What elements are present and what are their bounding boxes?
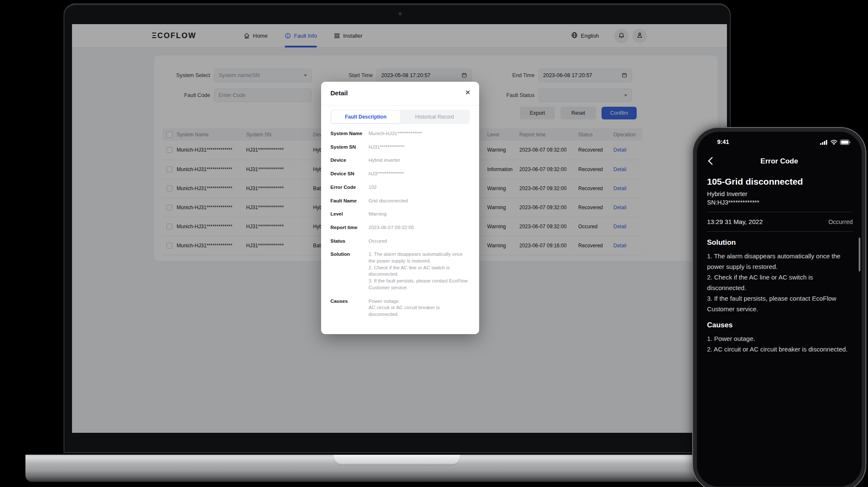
phone-clock: 9:41 — [717, 138, 729, 145]
modal-field-row: System SN HJ31************* — [330, 144, 470, 151]
phone-content: 105-Grid disconnected Hybrid Inverter SN… — [707, 177, 853, 354]
modal-fields: System Name Munich-HJ31************* Sys… — [330, 131, 470, 325]
divider — [707, 231, 853, 232]
modal-field-value: Warning — [369, 211, 469, 218]
modal-field-value: Occured — [369, 238, 469, 245]
laptop-base-notch — [333, 455, 460, 465]
occurrence-status: Occurred — [828, 219, 853, 225]
modal-field-label: Causes — [330, 299, 369, 318]
modal-tab-bar: Fault Description Historical Record — [330, 110, 470, 124]
device-name: Hybrid Inverter — [707, 191, 853, 197]
phone-page-title: Error Code — [697, 157, 862, 166]
detail-modal: Detail ✕ Fault Description Historical Re… — [321, 82, 479, 334]
occurrence-row: 13:29 31 May, 2022 Occurred — [707, 218, 853, 225]
modal-field-label: Report time — [330, 225, 369, 231]
modal-field-row: Error Code 102 — [330, 185, 470, 191]
modal-field-label: Solution — [330, 252, 369, 291]
modal-field-row: Report time 2023-06-07 09:32:00 — [330, 225, 470, 231]
device-serial: SN:HJ3************* — [707, 199, 853, 206]
modal-field-label: System Name — [330, 131, 369, 137]
modal-field-label: Status — [330, 238, 369, 245]
modal-field-row: System Name Munich-HJ31************* — [330, 131, 470, 137]
modal-field-value: Power outage. AC circuit or AC circuit b… — [369, 298, 469, 318]
phone-scrollbar[interactable] — [859, 238, 860, 271]
modal-field-value: 2023-06-07 09:32:00 — [369, 224, 469, 231]
phone-screen: 9:41 Error Code — [697, 132, 862, 487]
modal-field-value: HJ3************** — [369, 171, 469, 177]
modal-field-value: Hybrid inverter — [369, 157, 469, 164]
battery-icon — [840, 139, 851, 147]
modal-title: Detail — [330, 89, 348, 97]
laptop-camera — [398, 12, 402, 16]
modal-field-row: Fault Name Grid disconnected — [330, 198, 470, 205]
wifi-icon — [830, 139, 837, 147]
modal-field-label: Error Code — [330, 185, 369, 191]
modal-field-label: Device — [330, 158, 369, 164]
modal-field-value: Munich-HJ31************* — [369, 130, 469, 137]
tab-historical-record[interactable]: Historical Record — [400, 111, 469, 123]
modal-field-label: System SN — [330, 144, 369, 151]
close-icon[interactable]: ✕ — [465, 89, 471, 97]
signal-icon — [820, 139, 828, 147]
phone-status-bar: 9:41 — [697, 138, 862, 147]
solution-heading: Solution — [707, 238, 853, 247]
modal-field-label: Level — [330, 211, 369, 218]
error-code-title: 105-Grid disconnected — [707, 177, 853, 187]
modal-field-row: Solution 1. The alarm disappears automat… — [330, 252, 470, 291]
causes-body: 1. Power outage. 2. AC circuit or AC cir… — [707, 333, 853, 354]
occurrence-datetime: 13:29 31 May, 2022 — [707, 218, 763, 225]
phone-frame: 9:41 Error Code — [692, 127, 866, 487]
modal-field-row: Causes Power outage. AC circuit or AC ci… — [330, 299, 470, 318]
modal-field-row: Device SN HJ3************** — [330, 171, 470, 177]
tab-fault-description[interactable]: Fault Description — [331, 111, 400, 123]
phone-nav-bar: Error Code — [697, 155, 862, 168]
modal-field-row: Level Warning — [330, 211, 470, 218]
modal-field-value: 1. The alarm disappears automatically on… — [369, 251, 469, 291]
modal-field-value: HJ31************* — [369, 144, 469, 151]
modal-field-value: Grid disconnected — [369, 198, 469, 205]
modal-field-row: Device Hybrid inverter — [330, 158, 470, 164]
causes-heading: Causes — [707, 321, 853, 329]
solution-body: 1. The alarm disappears automatically on… — [707, 251, 853, 314]
stage: ΞCOFLOW Home Fault Info Installer — [0, 0, 868, 487]
divider — [707, 212, 853, 212]
laptop-screen: ΞCOFLOW Home Fault Info Installer — [72, 24, 727, 433]
modal-header: Detail ✕ — [321, 82, 479, 105]
modal-field-row: Status Occured — [330, 238, 470, 245]
modal-field-label: Fault Name — [330, 198, 369, 205]
modal-field-label: Device SN — [330, 171, 369, 177]
modal-field-value: 102 — [369, 184, 469, 191]
